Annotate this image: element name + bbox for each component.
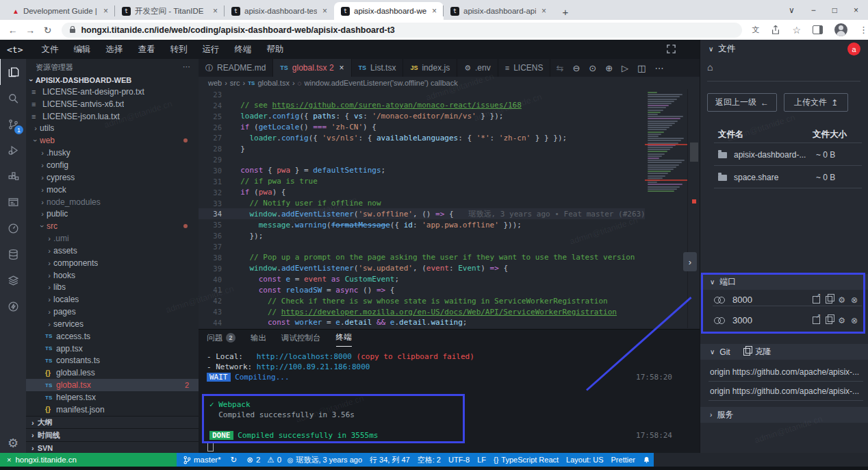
- profile-avatar[interactable]: [834, 23, 847, 36]
- tree-item-LICENSE-json.lua.txt[interactable]: ≡LICENSE-json.lua.txt: [26, 110, 199, 123]
- tab-close-icon[interactable]: ×: [102, 6, 110, 16]
- code-line-43[interactable]: 43 // https://developer.mozilla.org/en-U…: [199, 306, 645, 317]
- code-line-36[interactable]: 36 });: [199, 230, 645, 241]
- menu-运行[interactable]: 运行: [194, 44, 227, 55]
- terminal-tab-调试控制台[interactable]: 调试控制台: [281, 330, 321, 346]
- explorer-more-icon[interactable]: ⋯: [183, 62, 190, 73]
- keyboard-layout[interactable]: Layout: US: [566, 456, 603, 464]
- tree-item-constants.ts[interactable]: TSconstants.ts: [26, 355, 199, 367]
- minimap[interactable]: [645, 89, 687, 328]
- eol[interactable]: LF: [477, 456, 486, 464]
- address-bar[interactable]: hongxi.titanide.cn/ide/web/coding/apisix…: [62, 23, 742, 38]
- tree-item-libs[interactable]: ›libs: [26, 282, 199, 294]
- menu-查看[interactable]: 查看: [130, 44, 162, 55]
- code-line-40[interactable]: 40 const e = event as CustomEvent;: [199, 274, 645, 285]
- git-clone-label[interactable]: 克隆: [755, 346, 771, 358]
- activity-extensions-icon[interactable]: [0, 163, 26, 189]
- code-line-44[interactable]: 44 const worker = e.detail && e.detail.w…: [199, 317, 645, 328]
- tree-item-src[interactable]: ›src: [26, 220, 199, 232]
- back-icon[interactable]: ←: [4, 25, 21, 36]
- terminal-tab-终端[interactable]: 终端: [336, 330, 352, 347]
- code-editor[interactable]: 2324 // see https://github.com/suren-ato…: [199, 89, 645, 328]
- code-line-28[interactable]: 28 }: [199, 143, 645, 154]
- activity-run-debug-icon[interactable]: [0, 137, 26, 163]
- sidebar-section-时间线[interactable]: ›时间线: [26, 428, 199, 441]
- user-badge[interactable]: a: [847, 42, 860, 55]
- editor-tab-README.md[interactable]: ⓘREADME.md: [199, 59, 273, 77]
- copy-icon[interactable]: [826, 296, 832, 304]
- tab-close-icon[interactable]: ×: [540, 6, 548, 16]
- tree-item-access.ts[interactable]: TSaccess.ts: [26, 330, 199, 343]
- editor-tab-global.tsx[interactable]: TSglobal.tsx 2×: [273, 59, 351, 77]
- tree-item-.umi[interactable]: ›.umi: [26, 232, 199, 245]
- browser-tab[interactable]: tapisix-dashboard-web - TitanI×: [334, 2, 444, 20]
- browser-tab[interactable]: tapisix-dashboard-api - TitanID×: [444, 2, 553, 20]
- nav-forward-icon[interactable]: ⊕: [605, 63, 613, 73]
- language-mode[interactable]: {} TypeScript React: [494, 456, 559, 464]
- activity-performance-icon[interactable]: [0, 293, 26, 319]
- scrollbar-slider[interactable]: [690, 143, 698, 162]
- editor-tab-LICENS[interactable]: ≡LICENS: [498, 59, 551, 77]
- tab-close-icon[interactable]: ×: [431, 6, 438, 16]
- code-line-27[interactable]: 27 loader.config({ 'vs/nls': { available…: [199, 132, 645, 143]
- menu-转到[interactable]: 转到: [162, 44, 194, 55]
- formatter[interactable]: Prettier: [611, 456, 635, 464]
- editor-scrollbar[interactable]: [687, 89, 700, 328]
- upload-file-button[interactable]: 上传文件 ↥: [784, 93, 848, 112]
- tree-item-helpers.tsx[interactable]: TShelpers.tsx: [26, 391, 199, 404]
- window-close-icon[interactable]: ×: [854, 5, 858, 15]
- menu-编辑[interactable]: 编辑: [66, 44, 98, 55]
- code-line-25[interactable]: 25 loader.config({ paths: { vs: '/monaco…: [199, 111, 645, 122]
- browser-tab[interactable]: t开发空间 - TitanIDE×: [115, 2, 225, 20]
- browser-tab[interactable]: tapisix-dashboard-test - TitanID×: [225, 2, 334, 20]
- indent-setting[interactable]: 空格: 2: [418, 455, 441, 465]
- tab-close-icon[interactable]: ×: [321, 6, 329, 16]
- translate-icon[interactable]: 文: [752, 25, 759, 35]
- sidebar-section-SVN[interactable]: ›SVN: [26, 441, 199, 453]
- tree-item-manifest.json[interactable]: {}manifest.json: [26, 404, 199, 416]
- bookmark-star-icon[interactable]: ☆: [792, 25, 801, 36]
- code-line-39[interactable]: 39 window.addEventListener('sw.updated',…: [199, 263, 645, 274]
- breadcrumb-item[interactable]: web: [208, 79, 222, 87]
- code-line-42[interactable]: 42 // Check if there is sw whose state i…: [199, 295, 645, 306]
- editor-tab-index.js[interactable]: JSindex.js: [403, 59, 457, 77]
- close-circle-icon[interactable]: ⊗: [851, 316, 858, 325]
- code-line-31[interactable]: 31 // if pwa is true: [199, 176, 645, 187]
- code-line-34[interactable]: 34 window.addEventListener('sw.offline',…: [199, 208, 645, 219]
- tree-item-app.tsx[interactable]: TSapp.tsx: [26, 343, 199, 355]
- code-line-29[interactable]: 29: [199, 154, 645, 165]
- breadcrumb-item[interactable]: window.addEventListener('sw.offline') ca…: [305, 79, 458, 87]
- open-external-icon[interactable]: [813, 317, 820, 324]
- code-line-35[interactable]: 35 message.warning(formatMessage({ id: '…: [199, 219, 645, 230]
- tree-item-assets[interactable]: ›assets: [26, 245, 199, 257]
- tree-item-utils[interactable]: ›utils: [26, 123, 199, 135]
- git-section-header[interactable]: ∨ Git 克隆: [700, 344, 868, 360]
- git-remote-row[interactable]: origin https://github.com/apache/apisix-…: [710, 367, 862, 377]
- code-line-32[interactable]: 32 if (pwa) {: [199, 187, 645, 198]
- code-line-23[interactable]: 23: [199, 89, 645, 100]
- activity-preview-icon[interactable]: [0, 189, 26, 215]
- tree-item-global.tsx[interactable]: TSglobal.tsx2: [26, 379, 199, 391]
- editor-tab-List.tsx[interactable]: TSList.tsx: [352, 59, 404, 77]
- tab-close-icon[interactable]: ×: [340, 63, 344, 73]
- tab-close-icon[interactable]: ×: [212, 6, 219, 16]
- panel-expand-button[interactable]: ›: [683, 252, 697, 271]
- terminal-tab-问题[interactable]: 问题2: [207, 330, 235, 346]
- cursor-position[interactable]: 行 34, 列 47: [370, 455, 410, 465]
- breadcrumb[interactable]: web›src›TSglobal.tsx›◌window.addEventLis…: [199, 77, 700, 89]
- terminal-tab-输出[interactable]: 输出: [251, 330, 266, 346]
- gear-icon[interactable]: ⚙: [838, 295, 845, 305]
- tree-item-locales[interactable]: ›locales: [26, 293, 199, 306]
- encoding[interactable]: UTF-8: [448, 456, 470, 464]
- window-maximize-icon[interactable]: □: [832, 5, 837, 15]
- notifications-bell-icon[interactable]: [643, 456, 650, 464]
- browser-tab[interactable]: ▲Development Guide | Apache×: [5, 2, 115, 20]
- copy-icon[interactable]: [826, 317, 832, 324]
- close-circle-icon[interactable]: ⊗: [851, 295, 858, 305]
- terminal-panel[interactable]: 问题2输出调试控制台终端 - Local: http://localhost:8…: [199, 329, 700, 454]
- code-line-38[interactable]: 38 // Pop up a prompt on the page asking…: [199, 252, 645, 263]
- activity-runtime-icon[interactable]: [0, 215, 26, 241]
- activity-database-icon[interactable]: [0, 241, 26, 267]
- activity-source-control-icon[interactable]: 1: [0, 111, 26, 137]
- tree-item-mock[interactable]: ›mock: [26, 184, 199, 196]
